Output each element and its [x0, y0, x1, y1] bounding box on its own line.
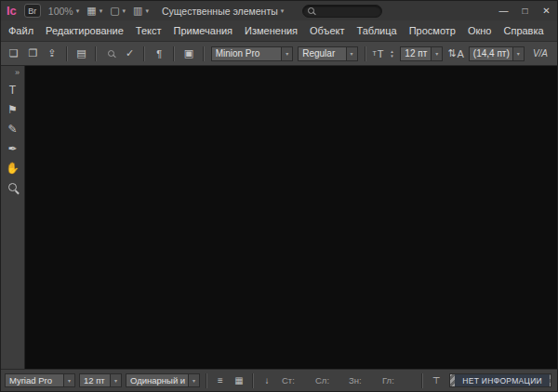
minimize-button[interactable]: —: [493, 1, 514, 20]
font-family-value: Minion Pro: [212, 48, 282, 59]
chevron-down-icon: ▾: [110, 374, 121, 386]
incopy-logo: Ic: [7, 5, 17, 17]
copyfit-progress-bar: НЕТ ИНФОРМАЦИИ: [449, 373, 551, 387]
zoom-tool[interactable]: [3, 177, 23, 197]
document-canvas[interactable]: [25, 66, 557, 369]
bridge-button[interactable]: Br: [24, 4, 41, 18]
zoom-level-select[interactable]: 100% ▾: [48, 6, 79, 17]
copyfit-info-badge: НЕТ ИНФОРМАЦИИ: [455, 374, 550, 386]
hidden-characters-icon[interactable]: ¶: [152, 46, 166, 62]
chevron-down-icon: ▾: [63, 374, 74, 386]
window-controls: — □ ✕: [493, 1, 557, 20]
status-leading-value: Одинарный и: [126, 375, 188, 385]
application-bar: Ic Br 100% ▾ ▦ ▾ ▢ ▾ ▥ ▾ Существенные эл…: [1, 1, 557, 20]
separator: [95, 46, 97, 61]
chevron-down-icon: ▾: [512, 47, 524, 60]
hand-tool[interactable]: ✋: [3, 158, 23, 177]
menu-help[interactable]: Справка: [503, 25, 543, 36]
panel-expand-icon[interactable]: »: [15, 67, 24, 80]
separator: [252, 373, 254, 388]
menu-type[interactable]: Текст: [136, 25, 162, 36]
chevron-down-icon: ▾: [76, 7, 80, 14]
menu-bar: Файл Редактирование Текст Примечания Изм…: [1, 20, 557, 41]
incopy-window: Ic Br 100% ▾ ▦ ▾ ▢ ▾ ▥ ▾ Существенные эл…: [0, 0, 558, 392]
menu-view[interactable]: Просмотр: [409, 25, 456, 36]
copyfit-counters: Ст: Сл: Зн: Гл:: [282, 375, 416, 385]
separator: [365, 46, 366, 61]
chevron-down-icon: ▾: [100, 7, 103, 14]
menu-window[interactable]: Окно: [468, 25, 492, 36]
chevron-down-icon: ▾: [281, 7, 285, 14]
workspace-body: » T ⚑ ✎ ✒ ✋: [1, 66, 557, 369]
chevron-down-icon: ▾: [346, 47, 357, 60]
chevron-down-icon: ▾: [145, 7, 149, 14]
grid-view-icon[interactable]: ▦: [232, 373, 246, 388]
workspace-name: Существенные элементы: [162, 6, 278, 17]
chevron-down-icon: ▾: [281, 47, 292, 60]
search-box[interactable]: [302, 5, 382, 18]
chevron-down-icon: ▾: [188, 374, 199, 386]
new-document-icon[interactable]: ❏: [7, 46, 21, 62]
print-icon[interactable]: ▤: [74, 46, 89, 62]
status-font-family-select[interactable]: Myriad Pro ▾: [5, 373, 75, 387]
tools-panel: » T ⚑ ✎ ✒ ✋: [1, 66, 25, 369]
note-tool[interactable]: ⚑: [3, 99, 23, 119]
spellcheck-icon[interactable]: ✓: [123, 46, 138, 62]
arrange-documents-icon: ▥: [133, 6, 142, 16]
leading-icon: ⇅ A: [447, 47, 464, 59]
type-tool[interactable]: T: [3, 80, 23, 99]
menu-file[interactable]: Файл: [8, 25, 33, 36]
search-icon: [308, 7, 314, 14]
maximize-button[interactable]: □: [514, 1, 536, 20]
menu-changes[interactable]: Изменения: [245, 25, 298, 36]
counter-chars-label: Зн:: [349, 375, 382, 385]
copyfit-ruler-icon: ⊤: [429, 373, 444, 388]
check-in-icon[interactable]: ⇪: [45, 46, 60, 62]
text-frame-icon[interactable]: ▣: [181, 46, 196, 62]
font-style-select[interactable]: Regular ▾: [298, 46, 357, 61]
find-icon[interactable]: [103, 46, 118, 62]
control-panel: ❏ ❐ ⇪ ▤ ✓ ¶ ▣ Minion Pro ▾ Regular ▾ T T…: [1, 41, 557, 66]
workspace-switcher[interactable]: Существенные элементы ▾: [162, 6, 284, 17]
separator: [143, 46, 145, 61]
menu-table[interactable]: Таблица: [357, 25, 397, 36]
status-bar: Myriad Pro ▾ 12 пт ▾ Одинарный и ▾ ≡ ▦ ↓…: [1, 369, 557, 391]
magnifier-icon: [8, 183, 17, 191]
separator: [206, 373, 207, 388]
search-input[interactable]: [318, 7, 377, 16]
leading-select[interactable]: (14,4 пт) ▾: [469, 46, 525, 61]
close-button[interactable]: ✕: [536, 1, 557, 20]
font-size-value: 12 пт: [401, 48, 431, 59]
pencil-tool[interactable]: ✎: [3, 119, 23, 138]
separator: [173, 46, 175, 61]
line-numbers-icon[interactable]: ≡: [213, 373, 228, 388]
kerning-icon[interactable]: V/A: [529, 48, 551, 59]
font-size-select[interactable]: 12 пт ▾: [400, 46, 443, 61]
status-font-size-value: 12 пт: [80, 375, 110, 385]
screen-mode-dropdown[interactable]: ▢ ▾: [110, 6, 126, 16]
status-font-family-value: Myriad Pro: [6, 375, 63, 385]
menu-object[interactable]: Объект: [310, 25, 344, 36]
overset-indicator-icon[interactable]: ↓: [259, 373, 274, 388]
separator: [203, 46, 205, 61]
chevron-down-icon: ▾: [431, 47, 442, 60]
eyedropper-tool[interactable]: ✒: [3, 138, 23, 158]
separator: [66, 46, 68, 61]
status-font-size-select[interactable]: 12 пт ▾: [79, 373, 122, 387]
arrange-documents-dropdown[interactable]: ▥ ▾: [133, 6, 149, 16]
font-style-value: Regular: [299, 48, 345, 59]
view-options-dropdown[interactable]: ▦ ▾: [86, 6, 102, 16]
open-document-icon[interactable]: ❐: [26, 46, 41, 62]
font-size-stepper[interactable]: ▴ ▾: [389, 49, 396, 59]
menu-notes[interactable]: Примечания: [174, 25, 233, 36]
font-family-select[interactable]: Minion Pro ▾: [211, 46, 294, 61]
stepper-down-icon[interactable]: ▾: [389, 54, 396, 59]
menu-edit[interactable]: Редактирование: [46, 25, 124, 36]
status-leading-select[interactable]: Одинарный и ▾: [126, 373, 200, 387]
view-options-icon: ▦: [86, 6, 96, 16]
counter-depth-label: Гл:: [382, 375, 416, 385]
screen-mode-icon: ▢: [110, 6, 119, 16]
zoom-level-value: 100%: [48, 6, 73, 17]
font-size-icon: T T: [373, 48, 384, 59]
search-icon: [108, 50, 114, 57]
